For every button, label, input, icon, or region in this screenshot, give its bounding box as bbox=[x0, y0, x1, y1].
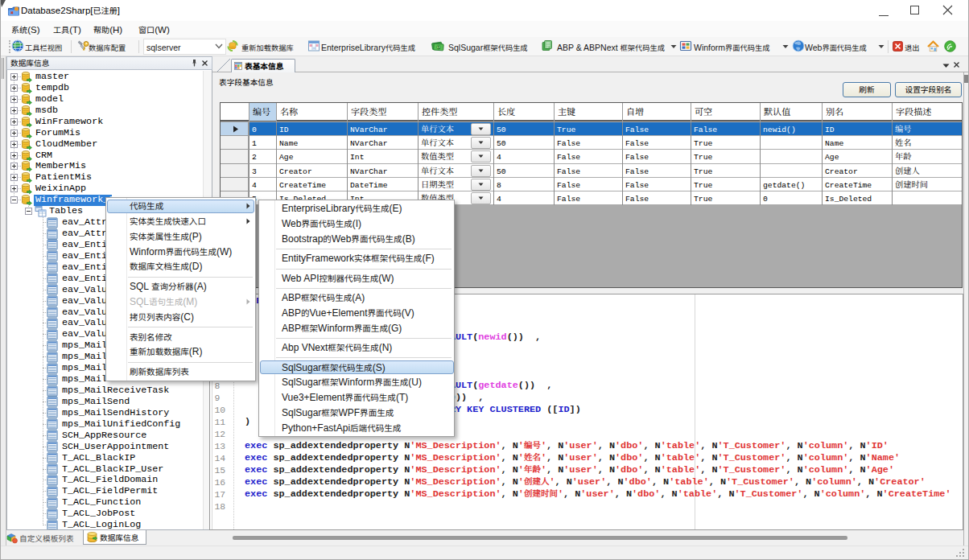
svg-text:$: $ bbox=[437, 45, 439, 50]
